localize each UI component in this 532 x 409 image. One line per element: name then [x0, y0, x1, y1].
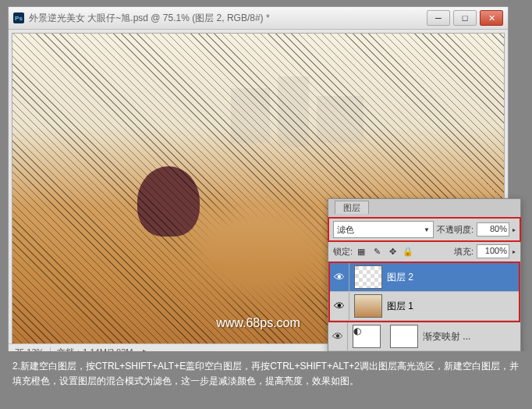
layer-row[interactable]: 👁 图层 1 — [330, 292, 519, 321]
opacity-label: 不透明度: — [437, 224, 473, 236]
fill-chevron-icon[interactable]: ▸ — [512, 248, 516, 255]
layer-row[interactable]: 👁 ◐ 渐变映射 ... — [328, 322, 520, 351]
chevron-down-icon: ▼ — [424, 226, 430, 233]
layer-name[interactable]: 渐变映射 ... — [423, 330, 520, 343]
adjustment-thumbnail[interactable]: ◐ — [353, 325, 381, 348]
titlebar: Ps 外景逆光美女 大眼仔~旭.psd @ 75.1% (图层 2, RGB/8… — [9, 7, 508, 30]
fill-label: 填充: — [454, 246, 473, 258]
visibility-toggle[interactable]: 👁 — [328, 322, 348, 350]
lock-fill-row: 锁定: ▦ ✎ ✥ 🔒 填充: 100% ▸ — [328, 241, 520, 261]
caption-text: 2.新建空白图层，按CTRL+SHIFT+ALT+E盖印空白图层，再按CTRL+… — [0, 351, 532, 409]
mask-thumbnail[interactable] — [390, 325, 418, 348]
document-title: 外景逆光美女 大眼仔~旭.psd @ 75.1% (图层 2, RGB/8#) … — [29, 12, 427, 25]
opacity-chevron-icon[interactable]: ▸ — [512, 226, 516, 233]
layer-name[interactable]: 图层 1 — [387, 300, 519, 313]
maximize-button[interactable]: □ — [453, 10, 477, 26]
lock-all-icon[interactable]: 🔒 — [403, 247, 413, 257]
layer-name[interactable]: 图层 2 — [387, 271, 519, 284]
panel-tabs: 图层 — [328, 199, 520, 218]
lock-label: 锁定: — [333, 246, 353, 258]
layers-list: 👁 图层 2 👁 图层 1 — [328, 261, 520, 322]
lock-paint-icon[interactable]: ✎ — [371, 247, 382, 257]
blend-mode-select[interactable]: 滤色 ▼ — [333, 221, 434, 238]
lock-move-icon[interactable]: ✥ — [387, 247, 398, 257]
minimize-button[interactable]: ─ — [427, 10, 450, 26]
layer-thumbnail[interactable] — [354, 265, 382, 289]
tab-layers[interactable]: 图层 — [335, 201, 369, 214]
blend-opacity-row: 滤色 ▼ 不透明度: 80% ▸ — [328, 218, 520, 241]
opacity-input[interactable]: 80% — [477, 222, 509, 237]
ps-icon: Ps — [13, 12, 24, 23]
close-button[interactable]: ✕ — [480, 10, 503, 26]
visibility-toggle[interactable]: 👁 — [330, 292, 349, 320]
lock-transparency-icon[interactable]: ▦ — [356, 247, 367, 257]
window-controls: ─ □ ✕ — [427, 10, 503, 26]
visibility-toggle[interactable]: 👁 — [330, 263, 349, 291]
lock-icons: ▦ ✎ ✥ 🔒 — [356, 247, 413, 257]
layer-thumbnail[interactable] — [354, 294, 382, 318]
blend-mode-value: 滤色 — [337, 224, 354, 236]
fill-input[interactable]: 100% — [477, 244, 509, 258]
watermark: www.68ps.com — [216, 316, 300, 330]
layer-row[interactable]: 👁 图层 2 — [330, 263, 519, 292]
